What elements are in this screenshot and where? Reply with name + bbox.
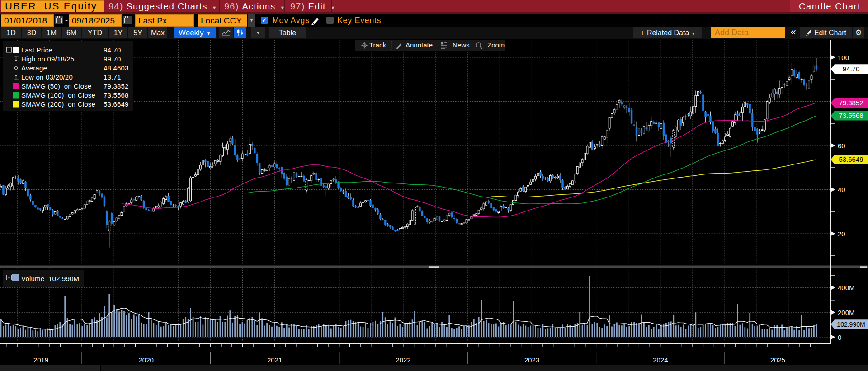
svg-text:20: 20 (838, 230, 845, 238)
svg-text:94.70: 94.70 (843, 65, 860, 73)
svg-text:2023: 2023 (524, 356, 539, 364)
svg-text:Low on 03/20/20: Low on 03/20/20 (21, 73, 73, 81)
svg-text:400M: 400M (838, 284, 855, 291)
svg-text:SMAVG (100) on Close: SMAVG (100) on Close (21, 91, 95, 99)
svg-text:Average: Average (21, 64, 47, 72)
svg-text:73.5568: 73.5568 (839, 112, 863, 119)
svg-text:2020: 2020 (139, 356, 154, 364)
svg-text:Last Price: Last Price (21, 46, 52, 54)
svg-text:Zoom: Zoom (487, 41, 505, 49)
svg-text:2019: 2019 (33, 356, 48, 364)
svg-text:Volume 102.990M: Volume 102.990M (21, 275, 79, 282)
svg-text:News: News (453, 41, 470, 49)
svg-text:SMAVG (50) on Close: SMAVG (50) on Close (21, 82, 91, 90)
svg-text:0: 0 (838, 333, 841, 341)
svg-text:2025: 2025 (770, 356, 785, 364)
svg-text:2024: 2024 (653, 356, 668, 364)
svg-text:2021: 2021 (267, 356, 282, 364)
svg-text:102.990M: 102.990M (837, 321, 865, 328)
svg-text:53.6649: 53.6649 (104, 100, 129, 108)
svg-text:High on 09/18/25: High on 09/18/25 (21, 55, 74, 63)
svg-text:2022: 2022 (396, 356, 410, 364)
svg-text:79.3852: 79.3852 (839, 99, 863, 107)
svg-text:99.70: 99.70 (104, 55, 121, 63)
svg-text:73.5568: 73.5568 (104, 91, 129, 99)
svg-text:94.70: 94.70 (104, 46, 121, 54)
svg-text:79.3852: 79.3852 (104, 82, 129, 90)
svg-text:200M: 200M (838, 309, 855, 316)
svg-text:53.6649: 53.6649 (839, 155, 863, 163)
svg-text:SMAVG (200) on Close: SMAVG (200) on Close (21, 100, 95, 108)
svg-text:60: 60 (838, 142, 845, 150)
svg-text:48.4603: 48.4603 (104, 64, 129, 72)
svg-text:100: 100 (838, 54, 849, 61)
svg-text:Annotate: Annotate (406, 41, 433, 49)
svg-text:13.71: 13.71 (104, 73, 121, 81)
svg-text:40: 40 (838, 186, 845, 193)
svg-text:Track: Track (369, 41, 386, 49)
